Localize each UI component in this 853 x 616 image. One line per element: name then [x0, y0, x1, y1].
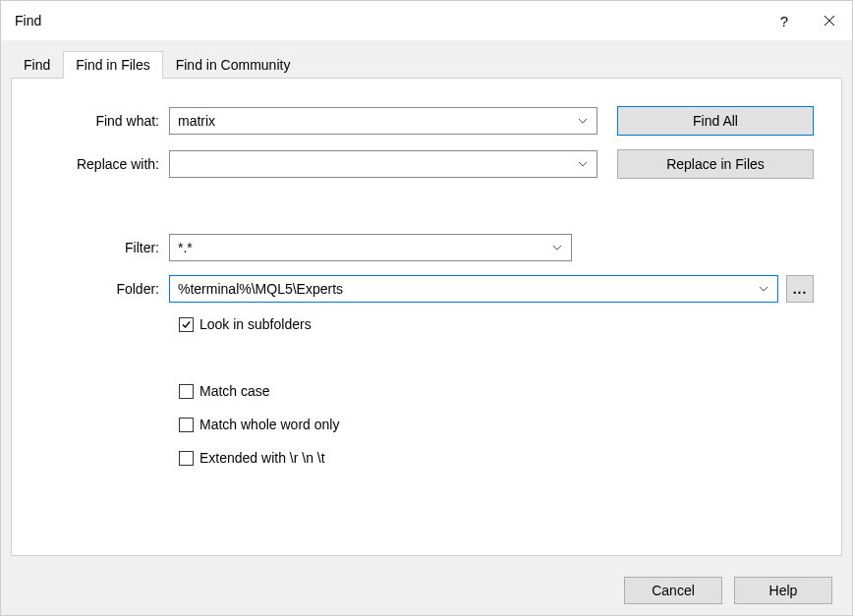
chevron-down-icon[interactable]	[575, 118, 591, 124]
replace-in-files-button[interactable]: Replace in Files	[617, 149, 814, 179]
bottom-bar: Cancel Help	[1, 566, 852, 615]
replace-with-input[interactable]	[169, 150, 597, 178]
look-in-subfolders-checkbox[interactable]	[179, 317, 194, 332]
find-dialog: Find ? Find Find in Files Find in Commun…	[0, 0, 853, 616]
chevron-down-icon[interactable]	[575, 161, 591, 167]
find-what-input[interactable]: matrix	[169, 107, 597, 135]
label-filter: Filter:	[39, 240, 169, 255]
label-find-what: Find what:	[39, 113, 169, 129]
cancel-button[interactable]: Cancel	[624, 577, 722, 604]
look-in-subfolders-label: Look in subfolders	[199, 316, 312, 332]
checkbox-row-extended: Extended with \r \n \t	[179, 450, 814, 466]
find-all-button[interactable]: Find All	[617, 106, 814, 136]
label-folder: Folder:	[39, 281, 169, 297]
close-icon[interactable]	[807, 1, 852, 40]
match-case-label: Match case	[199, 383, 270, 399]
tabpanel-find-in-files: Find what: matrix Find All Replace with:	[11, 78, 842, 556]
row-filter: Filter: *.*	[39, 234, 814, 261]
row-find-what: Find what: matrix Find All	[39, 106, 814, 136]
extended-checkbox[interactable]	[179, 451, 194, 466]
titlebar: Find ?	[1, 1, 852, 40]
tabbar: Find Find in Files Find in Community	[11, 50, 842, 78]
match-case-checkbox[interactable]	[179, 384, 194, 399]
row-folder: Folder: %terminal%\MQL5\Experts ...	[39, 275, 814, 303]
filter-input[interactable]: *.*	[169, 234, 572, 261]
match-whole-word-label: Match whole word only	[199, 417, 339, 432]
folder-input[interactable]: %terminal%\MQL5\Experts	[169, 275, 778, 303]
browse-folder-button[interactable]: ...	[786, 275, 814, 303]
tab-find-in-community[interactable]: Find in Community	[163, 51, 304, 78]
chevron-down-icon[interactable]	[756, 286, 771, 292]
extended-label: Extended with \r \n \t	[199, 450, 325, 466]
checkbox-row-whole-word: Match whole word only	[179, 417, 814, 432]
tab-find[interactable]: Find	[11, 51, 63, 78]
checkbox-row-match-case: Match case	[179, 383, 814, 399]
help-icon[interactable]: ?	[762, 1, 807, 40]
match-whole-word-checkbox[interactable]	[179, 418, 194, 432]
help-button[interactable]: Help	[734, 577, 832, 604]
content-area: Find Find in Files Find in Community Fin…	[1, 40, 852, 566]
tab-find-in-files[interactable]: Find in Files	[63, 51, 162, 79]
row-replace-with: Replace with: Replace in Files	[39, 149, 814, 179]
window-title: Find	[15, 13, 762, 28]
chevron-down-icon[interactable]	[549, 245, 565, 251]
checkbox-row-subfolders: Look in subfolders	[179, 316, 814, 332]
label-replace-with: Replace with:	[39, 156, 169, 172]
